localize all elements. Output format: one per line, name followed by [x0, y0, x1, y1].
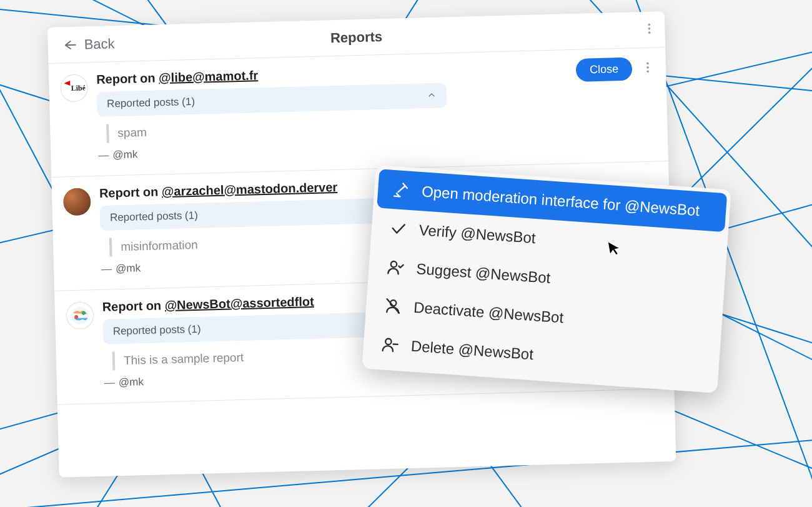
svg-point-22	[71, 306, 89, 324]
back-button[interactable]: Back	[84, 36, 115, 53]
svg-point-19	[646, 63, 649, 65]
svg-point-21	[646, 70, 649, 73]
report-title-prefix: Report on	[99, 184, 162, 200]
svg-point-16	[648, 31, 651, 34]
svg-point-20	[646, 66, 649, 69]
close-button[interactable]: Close	[576, 58, 633, 82]
menu-item-label: Suggest @NewsBot	[416, 260, 552, 287]
reported-posts-label: Reported posts (1)	[110, 209, 198, 224]
report-item: Libé Report on @libe@mamot.fr Reported p…	[49, 48, 668, 178]
svg-text:Libé: Libé	[71, 83, 86, 93]
header-more-icon[interactable]	[642, 21, 656, 38]
svg-point-27	[385, 338, 392, 344]
svg-point-15	[648, 27, 650, 29]
reported-posts-toggle[interactable]: Reported posts (1)	[97, 83, 447, 117]
reported-posts-label: Reported posts (1)	[107, 96, 195, 111]
context-menu: Open moderation interface for @NewsBot V…	[362, 165, 731, 393]
svg-marker-17	[64, 81, 70, 86]
report-more-icon[interactable]	[641, 61, 655, 78]
report-title-prefix: Report on	[102, 298, 165, 314]
person-minus-icon	[380, 334, 400, 354]
menu-item-label: Delete @NewsBot	[410, 338, 534, 364]
avatar[interactable]	[66, 301, 94, 329]
person-check-icon	[386, 258, 406, 278]
report-title-prefix: Report on	[96, 71, 159, 86]
back-arrow-icon[interactable]	[60, 36, 78, 54]
report-content: Report on @libe@mamot.fr Reported posts …	[96, 58, 655, 162]
person-slash-icon	[383, 296, 403, 316]
avatar[interactable]	[63, 188, 91, 216]
report-title-handle: @NewsBot@assortedflot	[164, 294, 314, 312]
report-title-handle: @libe@mamot.fr	[159, 68, 259, 84]
reported-posts-label: Reported posts (1)	[113, 323, 201, 338]
chevron-up-icon	[427, 89, 437, 101]
gavel-icon	[391, 180, 411, 200]
check-icon	[389, 219, 408, 239]
page-title: Reports	[330, 28, 383, 46]
avatar[interactable]: Libé	[60, 74, 88, 102]
menu-item-label: Verify @NewsBot	[418, 221, 537, 247]
svg-point-14	[648, 23, 650, 26]
svg-point-25	[391, 261, 397, 268]
menu-item-label: Deactivate @NewsBot	[413, 299, 564, 327]
report-title[interactable]: Report on @libe@mamot.fr	[96, 58, 653, 87]
report-title-handle: @arzachel@mastodon.derver	[162, 180, 338, 198]
